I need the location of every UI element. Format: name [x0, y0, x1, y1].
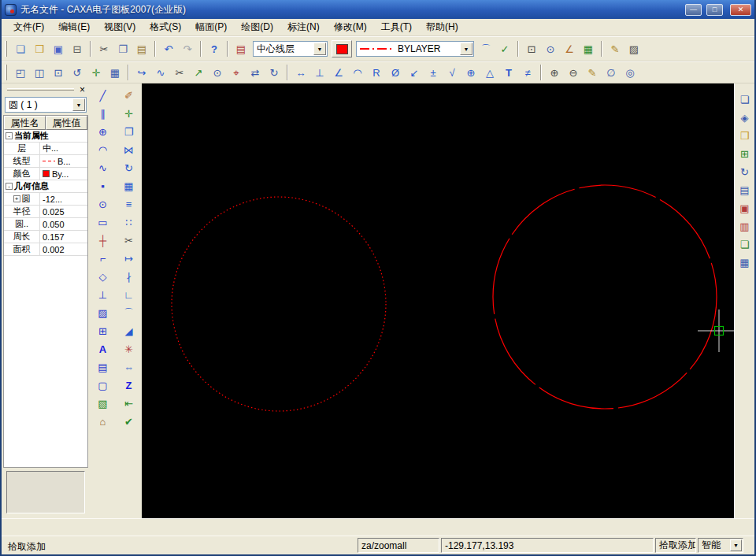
open-library-button[interactable]: ❒ [736, 128, 754, 144]
menu-item[interactable]: 工具(T) [374, 18, 419, 36]
bom-panel-button[interactable]: ▦ [736, 254, 754, 271]
menu-item[interactable]: 标注(N) [280, 18, 327, 36]
contour-tool[interactable]: ◇ [94, 268, 113, 286]
trim-tool[interactable]: ✂ [120, 232, 139, 250]
cut-button[interactable]: ✂ [94, 40, 113, 58]
rectangle-tool[interactable]: ▭ [94, 213, 113, 232]
property-row[interactable]: 颜色 By... [4, 168, 87, 180]
snap-mode-select[interactable]: 智能 ▼ [698, 538, 743, 553]
break-tool[interactable]: ∤ [120, 268, 139, 286]
refresh-button[interactable]: ↻ [736, 164, 754, 180]
surface-finish-button[interactable]: √ [443, 64, 461, 82]
dim-edit-button[interactable]: ≠ [518, 64, 537, 82]
print-button[interactable]: ⊟ [68, 40, 87, 58]
property-row[interactable]: 面积 0.002 [4, 243, 87, 256]
markup-button[interactable]: ▥ [736, 218, 754, 235]
chevron-down-icon[interactable]: ▼ [460, 43, 472, 55]
zoom-out-button[interactable]: ⊖ [564, 64, 583, 82]
circle-entity-highlighted[interactable] [493, 185, 717, 409]
chevron-down-icon[interactable]: ▼ [72, 98, 85, 111]
circle-entity-dotted[interactable] [172, 197, 386, 411]
redo-button[interactable]: ↷ [178, 40, 197, 58]
open-file-button[interactable]: ❒ [30, 40, 49, 58]
new-paper-button[interactable]: ❏ [736, 91, 754, 108]
extend-curve-button[interactable]: ↗ [189, 64, 208, 82]
toolbar-grip[interactable] [5, 65, 7, 80]
array-tool[interactable]: ▦ [120, 177, 139, 195]
dim-diameter-button[interactable]: Ø [386, 64, 405, 82]
expand-icon[interactable]: + [13, 195, 20, 202]
entity-selector-combo[interactable]: 圆 ( 1 ) ▼ [5, 97, 87, 113]
menu-item[interactable]: 幅面(P) [188, 18, 234, 36]
text-tool[interactable]: A [94, 340, 113, 358]
line-tool[interactable]: ╱ [94, 87, 113, 105]
menu-item[interactable]: 文件(F) [6, 18, 51, 36]
corner-tool[interactable]: ∟ [120, 286, 139, 304]
property-row[interactable]: + 圆 -12... [4, 193, 87, 206]
point-tool[interactable]: ▪ [94, 177, 113, 195]
move-tool[interactable]: ✛ [120, 105, 139, 123]
zorder-tool[interactable]: Z [120, 376, 139, 395]
fillet-tool[interactable]: ⌒ [120, 304, 139, 322]
zoom-dynamic-button[interactable]: ⊡ [49, 64, 68, 82]
menu-item[interactable]: 帮助(H) [419, 18, 465, 36]
query-distance-button[interactable]: ∅ [602, 64, 621, 82]
image-tool[interactable]: ▧ [94, 395, 113, 413]
weld-symbol-button[interactable]: △ [480, 64, 499, 82]
ellipse-tool[interactable]: ⊙ [94, 195, 113, 213]
dim-radius-button[interactable]: R [367, 64, 386, 82]
options-button[interactable]: ▨ [624, 40, 643, 58]
spline-fit-button[interactable]: ∿ [151, 64, 170, 82]
property-row[interactable]: - 当前属性 [4, 130, 87, 143]
perpendicular-tool[interactable]: ⊥ [94, 286, 113, 304]
property-row[interactable]: 层 中... [4, 143, 87, 155]
menu-item[interactable]: 修改(M) [327, 18, 374, 36]
layer-settings-button[interactable]: ▤ [232, 40, 250, 58]
zoom-all-button[interactable]: ◰ [11, 64, 30, 82]
property-row[interactable]: 圆.. 0.050 [4, 218, 87, 231]
extend-tool[interactable]: ↦ [120, 250, 139, 268]
rotate-tool[interactable]: ↻ [120, 159, 139, 177]
zoom-previous-button[interactable]: ↺ [68, 64, 87, 82]
scale-tool[interactable]: ∷ [120, 213, 139, 232]
fit-arc-button[interactable]: ⌒ [476, 40, 495, 58]
linestyle-combo[interactable]: BYLAYER ▼ [356, 41, 474, 57]
layer-panel-button[interactable]: ▤ [736, 182, 754, 198]
full-extent-button[interactable]: ◎ [621, 64, 639, 82]
panel-grip[interactable] [7, 88, 74, 91]
update-tool[interactable]: ✔ [120, 413, 139, 431]
leader-note-button[interactable]: ↙ [405, 64, 424, 82]
dim-coordinate-button[interactable]: ⊥ [310, 64, 329, 82]
property-row[interactable]: 线型 B... [4, 155, 87, 168]
minimize-button[interactable]: — [685, 4, 702, 16]
offset-tool[interactable]: ≡ [120, 195, 139, 213]
erase-tool[interactable]: ✐ [120, 87, 139, 105]
chevron-down-icon[interactable]: ▼ [730, 539, 742, 551]
snap-verify-button[interactable]: ✓ [495, 40, 514, 58]
close-button[interactable]: ✕ [730, 4, 751, 16]
library-tool[interactable]: ⌂ [94, 413, 113, 431]
rotate-view-button[interactable]: ↻ [265, 64, 284, 82]
paste-button[interactable]: ▤ [132, 40, 151, 58]
property-row[interactable]: - 几何信息 [4, 180, 87, 193]
pan-button[interactable]: ✛ [87, 64, 106, 82]
undo-button[interactable]: ↶ [159, 40, 178, 58]
pen-edit-button[interactable]: ✎ [583, 64, 602, 82]
polyline-tool[interactable]: ⌐ [94, 250, 113, 268]
align-tool[interactable]: ⇤ [120, 395, 139, 413]
mirror-tool[interactable]: ⋈ [120, 141, 139, 159]
drawing-canvas[interactable] [142, 83, 734, 518]
stretch-tool[interactable]: ⇔ [120, 358, 139, 376]
zoom-window-button[interactable]: ◫ [30, 64, 49, 82]
circle-tool[interactable]: ⊕ [94, 123, 113, 141]
format-brush-button[interactable]: ✎ [606, 40, 624, 58]
grid-button[interactable]: ▦ [579, 40, 598, 58]
canvas-svg[interactable] [142, 83, 734, 518]
redline-button[interactable]: ▣ [736, 200, 754, 217]
chamfer-tool[interactable]: ◢ [120, 322, 139, 340]
hatch-tool[interactable]: ▨ [94, 304, 113, 322]
zoom-in-button[interactable]: ⊕ [545, 64, 564, 82]
copy-entity-tool[interactable]: ❐ [120, 123, 139, 141]
translate-button[interactable]: ⇄ [246, 64, 265, 82]
pick-settings-button[interactable]: ⊡ [522, 40, 541, 58]
